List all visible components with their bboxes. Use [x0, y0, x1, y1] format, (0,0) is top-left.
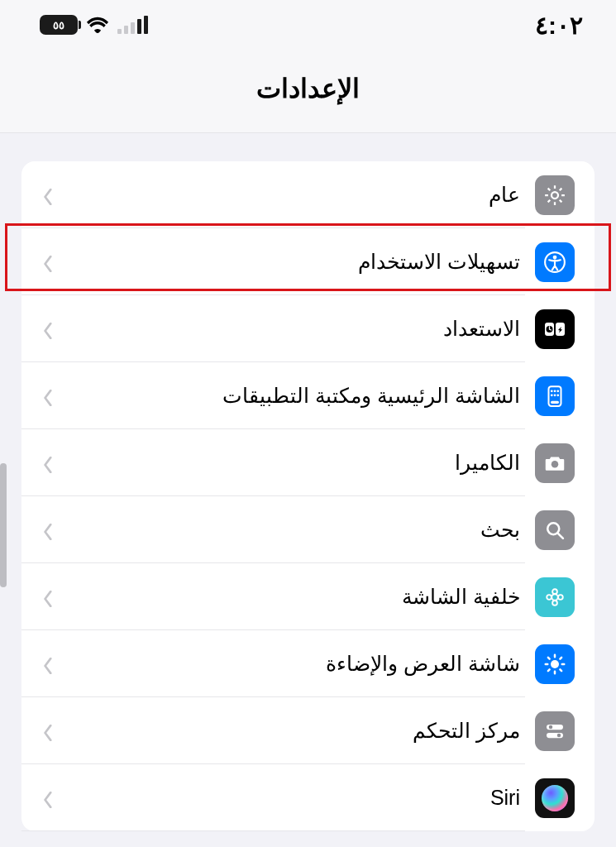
row-standby[interactable]: الاستعداد [21, 295, 595, 362]
row-home-screen[interactable]: الشاشة الرئيسية ومكتبة التطبيقات [21, 362, 595, 429]
svg-point-19 [547, 595, 552, 600]
row-siri[interactable]: Siri [21, 764, 595, 831]
svg-rect-13 [551, 400, 559, 403]
svg-point-10 [551, 394, 553, 396]
row-camera[interactable]: الكاميرا [21, 429, 595, 496]
scrollbar-indicator[interactable] [0, 463, 7, 587]
row-search[interactable]: بحث [21, 496, 595, 563]
brightness-icon [535, 644, 575, 684]
chevron-left-icon [41, 189, 55, 202]
chevron-left-icon [41, 658, 55, 671]
chevron-left-icon [41, 725, 55, 738]
home-screen-icon [535, 376, 575, 416]
row-label: مركز التحكم [55, 719, 520, 743]
row-label: الشاشة الرئيسية ومكتبة التطبيقات [55, 384, 520, 408]
wifi-icon [86, 16, 109, 34]
svg-point-18 [552, 601, 557, 605]
svg-point-23 [549, 725, 553, 729]
cellular-signal-icon [117, 16, 148, 34]
row-label: تسهيلات الاستخدام [55, 250, 520, 274]
chevron-left-icon [41, 256, 55, 269]
battery-text: ٥٥ [53, 19, 64, 31]
status-bar: ٥٥ ٤:٠٢ [0, 0, 616, 50]
svg-point-20 [558, 595, 563, 600]
chevron-left-icon [41, 323, 55, 336]
wallpaper-icon [535, 577, 575, 617]
gear-icon [535, 175, 575, 215]
row-label: خلفية الشاشة [55, 585, 520, 609]
row-wallpaper[interactable]: خلفية الشاشة [21, 563, 595, 630]
row-label: بحث [55, 518, 520, 542]
svg-point-16 [552, 594, 558, 601]
row-label: الاستعداد [55, 317, 520, 341]
chevron-left-icon [41, 390, 55, 403]
control-center-icon [535, 711, 575, 751]
status-clock: ٤:٠٢ [535, 11, 583, 40]
row-label: شاشة العرض والإضاءة [55, 652, 520, 676]
settings-list: عام تسهيلات الاستخدام الاستعداد [21, 161, 595, 831]
siri-icon [535, 778, 575, 818]
svg-point-7 [551, 390, 553, 392]
chevron-left-icon [41, 792, 55, 805]
status-left-cluster: ٥٥ [40, 15, 148, 35]
svg-point-0 [552, 192, 558, 199]
svg-point-12 [556, 394, 559, 396]
row-general[interactable]: عام [21, 161, 595, 228]
row-label: Siri [55, 786, 520, 810]
svg-point-25 [557, 733, 561, 737]
svg-point-8 [554, 390, 556, 392]
chevron-left-icon [41, 524, 55, 537]
standby-icon [535, 309, 575, 349]
search-icon [535, 510, 575, 550]
row-control-center[interactable]: مركز التحكم [21, 697, 595, 764]
svg-point-17 [552, 589, 557, 594]
chevron-left-icon [41, 457, 55, 470]
camera-icon [535, 443, 575, 483]
svg-point-15 [547, 523, 559, 534]
row-accessibility[interactable]: تسهيلات الاستخدام [21, 228, 595, 295]
accessibility-icon [535, 242, 575, 282]
row-display-brightness[interactable]: شاشة العرض والإضاءة [21, 630, 595, 697]
svg-point-21 [551, 660, 559, 668]
row-label: عام [55, 183, 520, 207]
chevron-left-icon [41, 591, 55, 604]
svg-point-9 [556, 390, 559, 392]
svg-point-11 [554, 394, 556, 396]
page-title: الإعدادات [0, 73, 616, 104]
page-header: الإعدادات [0, 50, 616, 133]
row-label: الكاميرا [55, 451, 520, 475]
battery-indicator: ٥٥ [40, 15, 78, 35]
svg-point-2 [553, 255, 557, 259]
svg-point-14 [552, 461, 559, 468]
